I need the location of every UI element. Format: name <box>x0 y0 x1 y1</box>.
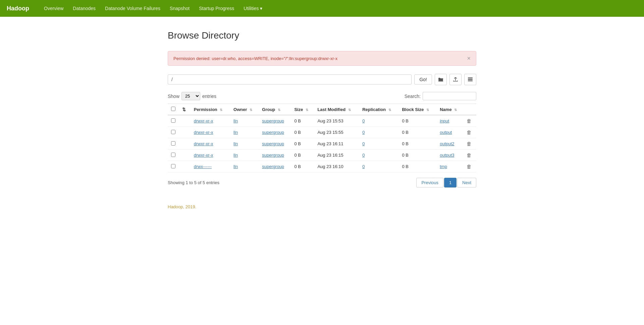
name-link-0[interactable]: input <box>440 118 449 123</box>
row-replication-3: 0 <box>359 150 398 161</box>
row-replication-0: 0 <box>359 115 398 127</box>
svg-rect-3 <box>468 79 473 80</box>
owner-link-0[interactable]: lln <box>233 118 238 123</box>
row-name-3: output3 <box>436 150 463 161</box>
go-button[interactable]: Go! <box>414 74 432 85</box>
folder-icon-button[interactable] <box>435 74 447 85</box>
replication-link-0[interactable]: 0 <box>362 118 365 123</box>
owner-link-1[interactable]: lln <box>233 130 238 135</box>
group-link-1[interactable]: supergroup <box>262 130 284 135</box>
delete-button-2[interactable]: 🗑 <box>467 141 472 147</box>
row-checkbox-0[interactable] <box>171 118 175 123</box>
footer: Hadoop, 2019. <box>168 204 476 209</box>
row-checkbox-1[interactable] <box>171 130 175 134</box>
replication-link-1[interactable]: 0 <box>362 130 365 135</box>
row-checkbox-2[interactable] <box>171 141 175 146</box>
permission-link-4[interactable]: drwx------ <box>194 164 212 169</box>
nav-link-startup-progress[interactable]: Startup Progress <box>194 0 239 17</box>
group-link-2[interactable]: supergroup <box>262 141 284 146</box>
permission-link-3[interactable]: drwxr-xr-x <box>194 153 213 158</box>
row-name-1: output <box>436 127 463 138</box>
th-replication[interactable]: Replication ⇅ <box>359 104 398 115</box>
delete-button-4[interactable]: 🗑 <box>467 164 472 169</box>
th-name[interactable]: Name ⇅ <box>436 104 463 115</box>
row-size-2: 0 B <box>291 138 314 150</box>
row-size-0: 0 B <box>291 115 314 127</box>
navbar: Hadoop Overview Datanodes Datanode Volum… <box>0 0 644 17</box>
navbar-brand[interactable]: Hadoop <box>7 5 29 12</box>
th-size[interactable]: Size ⇅ <box>291 104 314 115</box>
row-sort-cell-4 <box>179 161 191 172</box>
row-permission-2: drwxr-xr-x <box>191 138 230 150</box>
group-link-4[interactable]: supergroup <box>262 164 284 169</box>
owner-link-2[interactable]: lln <box>233 141 238 146</box>
nav-link-snapshot[interactable]: Snapshot <box>165 0 194 17</box>
nav-link-overview[interactable]: Overview <box>39 0 68 17</box>
row-checkbox-4[interactable] <box>171 164 175 168</box>
permission-link-2[interactable]: drwxr-xr-x <box>194 141 213 146</box>
nav-link-datanode-volume-failures[interactable]: Datanode Volume Failures <box>100 0 165 17</box>
show-label: Show <box>168 94 179 99</box>
th-group[interactable]: Group ⇅ <box>259 104 291 115</box>
row-sort-cell-0 <box>179 115 191 127</box>
name-link-4[interactable]: tmp <box>440 164 447 169</box>
th-last-modified[interactable]: Last Modified ⇅ <box>314 104 359 115</box>
name-link-2[interactable]: output2 <box>440 141 454 146</box>
group-link-3[interactable]: supergroup <box>262 153 284 158</box>
next-button[interactable]: Next <box>457 178 476 187</box>
group-link-0[interactable]: supergroup <box>262 118 284 123</box>
svg-rect-4 <box>468 80 473 82</box>
permission-link-0[interactable]: drwxr-xr-x <box>194 118 213 123</box>
directory-table: ⇅ Permission ⇅ Owner ⇅ Group ⇅ Size ⇅ La… <box>168 104 476 172</box>
replication-link-2[interactable]: 0 <box>362 141 365 146</box>
alert-message: Permission denied: user=dr.who, access=W… <box>173 56 337 61</box>
nav-link-datanodes[interactable]: Datanodes <box>68 0 100 17</box>
owner-link-3[interactable]: lln <box>233 153 238 158</box>
alert-close-button[interactable]: × <box>467 55 471 61</box>
search-label: Search: <box>405 94 421 99</box>
nav-dropdown-utilities-label: Utilities <box>244 6 259 11</box>
upload-icon-button[interactable] <box>449 74 462 85</box>
row-block-size-1: 0 B <box>398 127 436 138</box>
row-sort-cell-1 <box>179 127 191 138</box>
chevron-down-icon: ▾ <box>260 6 262 11</box>
row-last-modified-1: Aug 23 15:55 <box>314 127 359 138</box>
delete-button-0[interactable]: 🗑 <box>467 118 472 124</box>
previous-button[interactable]: Previous <box>416 178 443 187</box>
row-permission-0: drwxr-xr-x <box>191 115 230 127</box>
row-group-4: supergroup <box>259 161 291 172</box>
table-row: drwxr-xr-x lln supergroup 0 B Aug 23 16:… <box>168 150 476 161</box>
th-owner[interactable]: Owner ⇅ <box>230 104 259 115</box>
path-input[interactable] <box>168 74 412 85</box>
name-link-1[interactable]: output <box>440 130 452 135</box>
row-size-4: 0 B <box>291 161 314 172</box>
th-block-size[interactable]: Block Size ⇅ <box>398 104 436 115</box>
th-actions <box>463 104 476 115</box>
owner-link-4[interactable]: lln <box>233 164 238 169</box>
list-icon-button[interactable] <box>464 74 476 85</box>
th-permission[interactable]: Permission ⇅ <box>191 104 230 115</box>
entries-select[interactable]: 10 25 50 100 <box>181 92 200 100</box>
row-group-2: supergroup <box>259 138 291 150</box>
delete-button-3[interactable]: 🗑 <box>467 152 472 158</box>
replication-link-3[interactable]: 0 <box>362 153 365 158</box>
delete-button-1[interactable]: 🗑 <box>467 129 472 135</box>
search-input[interactable] <box>423 92 476 100</box>
table-row: drwx------ lln supergroup 0 B Aug 23 16:… <box>168 161 476 172</box>
row-group-0: supergroup <box>259 115 291 127</box>
alert-banner: Permission denied: user=dr.who, access=W… <box>168 51 476 66</box>
replication-link-4[interactable]: 0 <box>362 164 365 169</box>
row-last-modified-0: Aug 23 15:53 <box>314 115 359 127</box>
main-content: Browse Directory Permission denied: user… <box>161 17 483 223</box>
row-checkbox-3[interactable] <box>171 153 175 157</box>
permission-link-1[interactable]: drwxr-xr-x <box>194 130 213 135</box>
nav-dropdown-utilities[interactable]: Utilities ▾ <box>239 0 267 17</box>
name-link-3[interactable]: output3 <box>440 153 454 158</box>
row-delete-cell-2: 🗑 <box>463 138 476 150</box>
row-owner-2: lln <box>230 138 259 150</box>
select-all-checkbox[interactable] <box>171 107 175 111</box>
page-1-button[interactable]: 1 <box>444 178 457 187</box>
row-delete-cell-3: 🗑 <box>463 150 476 161</box>
nav-links: Overview Datanodes Datanode Volume Failu… <box>39 0 267 17</box>
th-sort-icon[interactable]: ⇅ <box>179 104 191 115</box>
